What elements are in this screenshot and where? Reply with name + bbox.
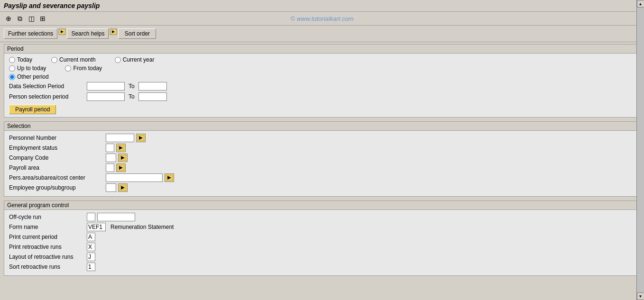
radio-other-period-label: Other period	[17, 73, 49, 80]
form-name-row: Form name Remuneration Statement	[9, 223, 635, 231]
person-selection-period-label: Person selection period	[9, 93, 85, 100]
off-cycle-run-label: Off-cycle run	[9, 214, 85, 220]
employment-status-input[interactable]	[106, 144, 114, 152]
form-name-extra: Remuneration Statement	[110, 224, 174, 230]
arrow-icon-2	[110, 28, 117, 35]
radio-from-today-input[interactable]	[65, 65, 71, 72]
sort-retroactive-runs-input[interactable]	[87, 263, 95, 271]
payroll-area-arrow[interactable]	[116, 164, 126, 172]
data-selection-to-label: To	[129, 83, 135, 90]
print-retroactive-runs-row: Print retroactive runs	[9, 243, 635, 251]
company-code-label: Company Code	[9, 155, 104, 161]
further-selections-label: Further selections	[8, 30, 53, 37]
radio-other-period[interactable]: Other period	[9, 73, 49, 80]
period-radio-row-1: Today Current month Current year	[9, 56, 635, 63]
company-code-input[interactable]	[106, 154, 116, 162]
arrow-icon-1	[58, 28, 66, 35]
form-name-label: Form name	[9, 224, 85, 230]
radio-up-to-today[interactable]: Up to today	[9, 65, 46, 72]
person-selection-period-from[interactable]	[87, 92, 125, 101]
form-name-input[interactable]	[87, 223, 106, 231]
layout-retroactive-runs-label: Layout of retroactive runs	[9, 254, 85, 260]
data-selection-period-label: Data Selection Period	[9, 83, 85, 90]
scrollbar: ▲ ▼	[636, 0, 644, 300]
watermark: © www.tutorialkart.com	[290, 15, 353, 22]
employee-group-arrow[interactable]	[118, 183, 128, 192]
payroll-area-label: Payroll area	[9, 164, 104, 171]
payroll-period-label: Payroll period	[15, 106, 50, 113]
radio-today-input[interactable]	[9, 57, 15, 63]
radio-current-month-label: Current month	[59, 56, 96, 63]
period-section: Period Today Current month Current year	[4, 44, 640, 118]
selection-section-body: Personnel Number Employment status Compa…	[4, 131, 640, 196]
sort-retroactive-runs-label: Sort retroactive runs	[9, 264, 85, 270]
search-helps-button[interactable]: Search helps	[67, 28, 109, 39]
payroll-period-row: Payroll period	[9, 103, 635, 114]
payroll-period-button[interactable]: Payroll period	[9, 105, 56, 114]
employment-status-row: Employment status	[9, 144, 635, 152]
radio-current-year-input[interactable]	[115, 57, 121, 63]
period-section-header: Period	[4, 45, 640, 54]
print-retroactive-runs-input[interactable]	[87, 243, 95, 251]
data-selection-period-to[interactable]	[138, 82, 167, 91]
personnel-number-arrow[interactable]	[136, 134, 146, 142]
further-selections-button[interactable]: Further selections	[4, 28, 57, 39]
app-title: Payslip and severance payslip	[4, 2, 100, 9]
sort-order-label: Sort order	[125, 30, 150, 37]
gpc-section: General program control Off-cycle run Fo…	[4, 200, 640, 276]
radio-current-month-input[interactable]	[51, 57, 57, 63]
person-selection-period-to[interactable]	[138, 92, 167, 101]
person-selection-period-row: Person selection period To	[9, 92, 635, 101]
radio-current-year-label: Current year	[123, 56, 155, 63]
off-cycle-run-input1[interactable]	[87, 213, 95, 221]
scroll-down-arrow[interactable]: ▼	[637, 292, 644, 300]
employee-group-label: Employee group/subgroup	[9, 184, 104, 191]
employment-status-label: Employment status	[9, 145, 104, 151]
radio-from-today[interactable]: From today	[65, 65, 102, 72]
sort-order-button[interactable]: Sort order	[118, 28, 156, 39]
personnel-number-input[interactable]	[106, 134, 134, 142]
radio-up-to-today-label: Up to today	[17, 65, 46, 72]
print-current-period-row: Print current period	[9, 233, 635, 241]
layout-retroactive-runs-input[interactable]	[87, 253, 95, 261]
selection-section-header: Selection	[4, 122, 640, 131]
pers-area-row: Pers.area/subarea/cost center	[9, 173, 635, 182]
employment-status-arrow[interactable]	[116, 144, 126, 152]
company-code-arrow[interactable]	[118, 154, 128, 162]
print-current-period-label: Print current period	[9, 234, 85, 240]
print-current-period-input[interactable]	[87, 233, 95, 241]
selection-section: Selection Personnel Number Employment st…	[4, 121, 640, 197]
title-bar: Payslip and severance payslip	[0, 0, 644, 12]
period-radio-row-3: Other period	[9, 73, 635, 80]
employee-group-input[interactable]	[106, 183, 116, 192]
employee-group-row: Employee group/subgroup	[9, 183, 635, 192]
payroll-area-input[interactable]	[106, 164, 114, 172]
personnel-number-label: Personnel Number	[9, 135, 104, 141]
radio-today[interactable]: Today	[9, 56, 32, 63]
off-cycle-run-row: Off-cycle run	[9, 213, 635, 221]
data-selection-period-row: Data Selection Period To	[9, 82, 635, 91]
radio-other-period-input[interactable]	[9, 74, 15, 80]
sort-retroactive-runs-row: Sort retroactive runs	[9, 263, 635, 271]
pers-area-arrow[interactable]	[165, 173, 174, 182]
toolbar-icon-4[interactable]: ⊞	[38, 14, 47, 23]
radio-current-month[interactable]: Current month	[51, 56, 96, 63]
toolbar-icon-2[interactable]: ⧉	[15, 14, 25, 23]
scroll-up-arrow[interactable]: ▲	[637, 0, 644, 8]
layout-retroactive-runs-row: Layout of retroactive runs	[9, 253, 635, 261]
period-section-body: Today Current month Current year Up to t…	[4, 54, 640, 117]
main-content: Period Today Current month Current year	[0, 42, 644, 300]
off-cycle-run-input2[interactable]	[97, 213, 135, 221]
radio-up-to-today-input[interactable]	[9, 65, 15, 72]
gpc-section-body: Off-cycle run Form name Remuneration Sta…	[4, 210, 640, 275]
period-radio-row-2: Up to today From today	[9, 65, 635, 72]
radio-current-year[interactable]: Current year	[115, 56, 155, 63]
pers-area-input[interactable]	[106, 173, 163, 182]
toolbar-icon-3[interactable]: ◫	[27, 14, 36, 23]
person-selection-to-label: To	[129, 93, 135, 100]
scroll-track[interactable]	[637, 8, 644, 292]
pers-area-label: Pers.area/subarea/cost center	[9, 174, 104, 181]
data-selection-period-from[interactable]	[87, 82, 125, 91]
toolbar-icon-1[interactable]: ⊕	[4, 14, 13, 23]
radio-from-today-label: From today	[73, 65, 102, 72]
